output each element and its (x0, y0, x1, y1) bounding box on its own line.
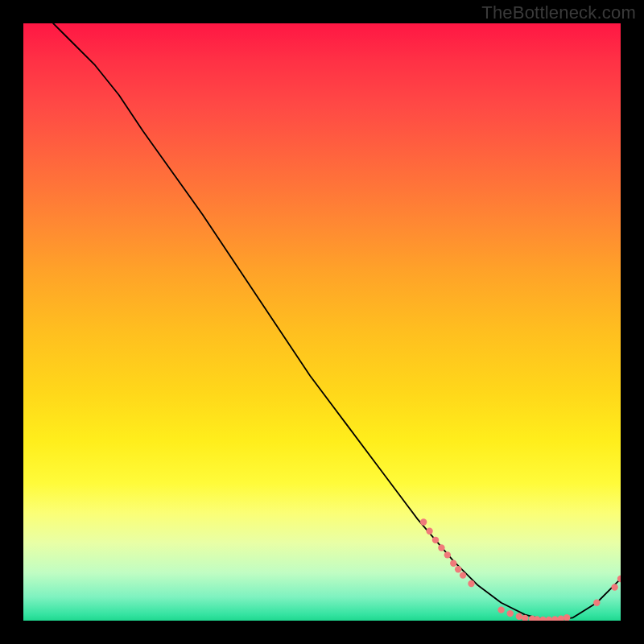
scatter-point (432, 537, 439, 543)
scatter-point (534, 616, 540, 621)
scatter-point (617, 576, 621, 582)
scatter-point (468, 580, 474, 587)
scatter-points (420, 518, 621, 621)
watermark: TheBottleneck.com (481, 2, 636, 23)
scatter-point (522, 615, 528, 621)
scatter-point (497, 606, 504, 613)
scatter-point (438, 544, 444, 551)
curve-layer (23, 23, 621, 621)
scatter-point (551, 616, 558, 621)
scatter-point (564, 614, 570, 621)
scatter-point (460, 572, 466, 578)
scatter-point (516, 613, 522, 620)
scatter-point (444, 551, 451, 558)
plot-area (23, 23, 621, 621)
scatter-point (455, 566, 461, 572)
chart-frame: TheBottleneck.com (0, 0, 644, 644)
scatter-point (507, 610, 514, 617)
scatter-point (420, 518, 427, 525)
scatter-point (426, 528, 432, 535)
scatter-point (546, 617, 552, 621)
bottleneck-curve-line (53, 23, 621, 621)
scatter-point (611, 584, 617, 590)
scatter-point (558, 616, 564, 621)
scatter-point (450, 560, 456, 567)
scatter-point (529, 616, 535, 621)
scatter-point (593, 600, 600, 606)
scatter-point (539, 617, 546, 621)
